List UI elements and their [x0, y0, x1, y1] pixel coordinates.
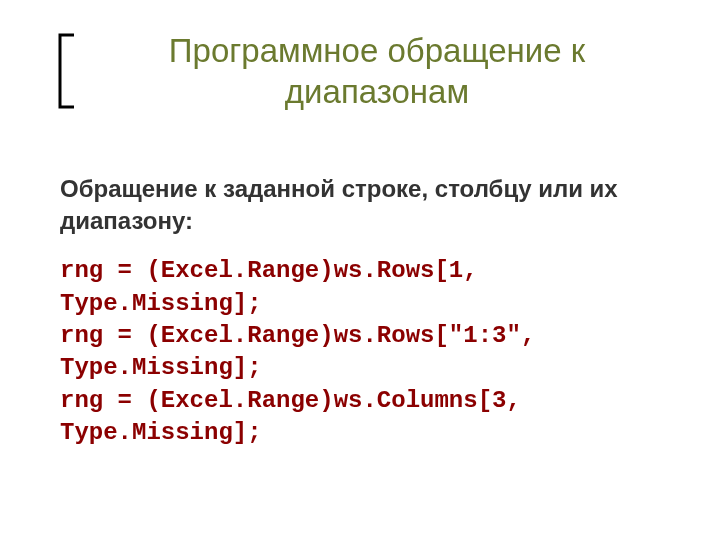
code-block: rng = (Excel.Range)ws.Rows[1, Type.Missi…: [60, 255, 660, 449]
slide-title: Программное обращение к диапазонам: [94, 30, 660, 113]
body-paragraph: Обращение к заданной строке, столбцу или…: [60, 173, 660, 238]
left-bracket-icon: [50, 31, 82, 111]
title-row: Программное обращение к диапазонам: [60, 30, 660, 113]
